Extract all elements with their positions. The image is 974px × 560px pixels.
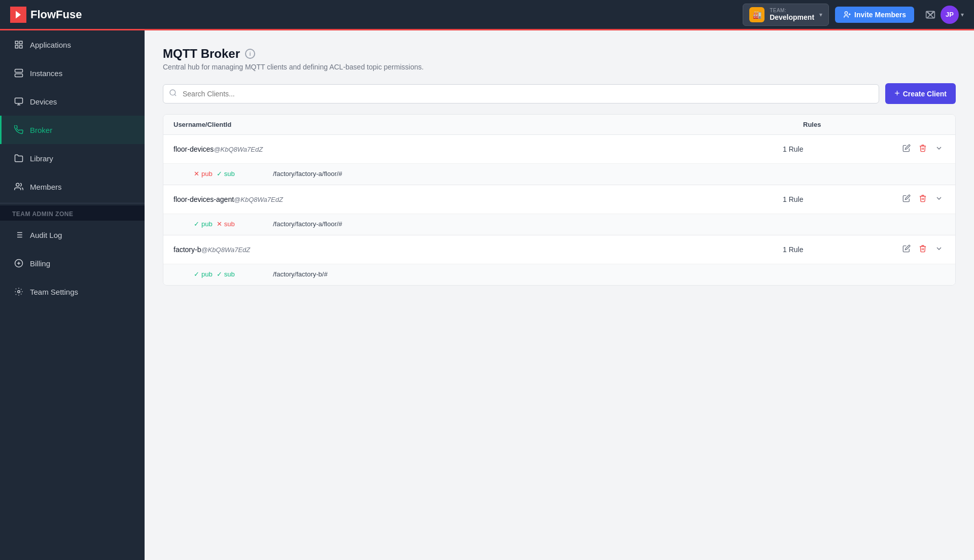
plus-icon: + xyxy=(894,88,900,99)
sub-label-2: sub xyxy=(224,270,235,278)
sub-label-0: sub xyxy=(224,170,235,178)
users-icon xyxy=(14,182,24,192)
server-icon xyxy=(14,68,24,78)
grid-icon xyxy=(14,40,24,50)
client-suffix-1: @KbQ8Wa7EdZ xyxy=(234,196,283,203)
svg-line-32 xyxy=(175,94,176,96)
user-chevron-icon: ▾ xyxy=(961,11,964,18)
topnav: FlowFuse 🏭 TEAM: Development ▾ Invite Me… xyxy=(0,0,974,30)
rules-count-2: 1 Rule xyxy=(783,246,884,254)
create-client-label: Create Client xyxy=(903,90,947,98)
user-avatar[interactable]: JP xyxy=(941,6,959,24)
sidebar-item-library[interactable]: Library xyxy=(0,144,145,172)
applications-label: Applications xyxy=(30,41,71,49)
page-header: MQTT Broker i Central hub for managing M… xyxy=(163,47,956,71)
client-group-1: floor-devices-agent@KbQ8Wa7EdZ 1 Rule xyxy=(163,185,955,235)
create-client-button[interactable]: + Create Client xyxy=(885,83,956,104)
x-icon: ✕ xyxy=(217,220,222,228)
expand-client-0-button[interactable] xyxy=(933,142,945,156)
sidebar-item-members[interactable]: Members xyxy=(0,172,145,201)
svg-rect-6 xyxy=(20,41,22,44)
client-actions-2 xyxy=(884,242,945,257)
team-settings-label: Team Settings xyxy=(30,288,78,296)
edit-client-0-button[interactable] xyxy=(900,142,913,156)
rule-detail-1: ✓ pub ✕ sub /factory/factory-a/floor/# xyxy=(163,214,955,235)
sub-badge-1: ✕ sub xyxy=(217,220,235,228)
audit-log-label: Audit Log xyxy=(30,231,62,239)
devices-label: Devices xyxy=(30,97,57,106)
user-menu[interactable]: JP ▾ xyxy=(941,6,964,24)
delete-client-1-button[interactable] xyxy=(917,192,929,206)
logo[interactable]: FlowFuse xyxy=(10,7,82,23)
client-suffix-2: @KbQ8Wa7EdZ xyxy=(201,246,250,254)
sidebar-item-audit-log[interactable]: Audit Log xyxy=(0,221,145,249)
client-username-2: factory-b xyxy=(173,246,201,254)
client-username-0: floor-devices xyxy=(173,145,214,153)
svg-rect-5 xyxy=(15,41,18,44)
rule-detail-2: ✓ pub ✓ sub /factory/factory-b/# xyxy=(163,264,955,285)
billing-label: Billing xyxy=(30,259,50,268)
check-icon: ✓ xyxy=(217,270,222,278)
svg-rect-8 xyxy=(20,46,22,48)
search-wrap xyxy=(163,84,879,103)
info-icon[interactable]: i xyxy=(245,49,255,59)
pub-label-2: pub xyxy=(201,270,213,278)
edit-client-2-button[interactable] xyxy=(900,242,913,257)
sidebar-item-instances[interactable]: Instances xyxy=(0,59,145,87)
sidebar: Applications Instances Devices Broker Li xyxy=(0,30,145,560)
col-header-rules: Rules xyxy=(793,115,894,134)
svg-point-26 xyxy=(18,291,20,293)
team-name: Development xyxy=(770,13,814,21)
list-icon xyxy=(14,230,24,240)
sidebar-item-billing[interactable]: Billing xyxy=(0,249,145,277)
sidebar-item-team-settings[interactable]: Team Settings xyxy=(0,277,145,306)
svg-point-31 xyxy=(170,90,176,95)
broker-icon xyxy=(14,125,24,135)
check-icon: ✓ xyxy=(217,170,222,178)
sidebar-divider xyxy=(0,203,145,203)
svg-marker-0 xyxy=(16,11,21,18)
pub-badge-2: ✓ pub xyxy=(194,270,213,278)
search-icon xyxy=(169,89,177,99)
delete-client-0-button[interactable] xyxy=(917,142,929,156)
sidebar-item-applications[interactable]: Applications xyxy=(0,30,145,59)
client-group-2: factory-b@KbQ8Wa7EdZ 1 Rule xyxy=(163,235,955,285)
rule-topic-2: /factory/factory-b/# xyxy=(273,270,328,278)
check-icon: ✓ xyxy=(194,220,199,228)
expand-client-1-button[interactable] xyxy=(933,192,945,206)
rules-count-0: 1 Rule xyxy=(783,145,884,153)
pub-badge-0: ✕ pub xyxy=(194,170,213,178)
sub-badge-0: ✓ sub xyxy=(217,170,235,178)
sidebar-item-broker[interactable]: Broker xyxy=(0,116,145,144)
edit-client-1-button[interactable] xyxy=(900,192,913,206)
team-selector[interactable]: 🏭 TEAM: Development ▾ xyxy=(743,4,829,26)
svg-point-1 xyxy=(845,12,847,14)
delete-client-2-button[interactable] xyxy=(917,242,929,257)
client-actions-0 xyxy=(884,142,945,156)
library-label: Library xyxy=(30,154,53,163)
rules-count-1: 1 Rule xyxy=(783,195,884,203)
table-header: Username/ClientId Rules xyxy=(163,115,955,135)
rule-topic-0: /factory/factory-a/floor/# xyxy=(273,170,342,178)
sidebar-item-devices[interactable]: Devices xyxy=(0,87,145,116)
sub-label-1: sub xyxy=(224,220,235,228)
table-row: factory-b@KbQ8Wa7EdZ 1 Rule xyxy=(163,235,955,264)
dollar-icon xyxy=(14,258,24,268)
svg-rect-7 xyxy=(15,46,18,48)
x-icon: ✕ xyxy=(194,170,199,178)
broker-label: Broker xyxy=(30,126,52,134)
page-title: MQTT Broker xyxy=(163,47,240,61)
chevron-down-icon: ▾ xyxy=(819,11,822,18)
monitor-icon xyxy=(14,96,24,107)
rule-topic-1: /factory/factory-a/floor/# xyxy=(273,220,342,228)
team-info: TEAM: Development xyxy=(770,8,814,21)
invite-members-button[interactable]: Invite Members xyxy=(835,7,914,23)
search-input[interactable] xyxy=(163,84,879,103)
client-actions-1 xyxy=(884,192,945,206)
admin-section-label: Team Admin Zone xyxy=(0,205,145,221)
expand-client-2-button[interactable] xyxy=(933,242,945,257)
col-header-actions xyxy=(894,115,955,134)
col-header-username: Username/ClientId xyxy=(163,115,793,134)
notifications-button[interactable] xyxy=(920,5,941,25)
toolbar: + Create Client xyxy=(163,83,956,104)
